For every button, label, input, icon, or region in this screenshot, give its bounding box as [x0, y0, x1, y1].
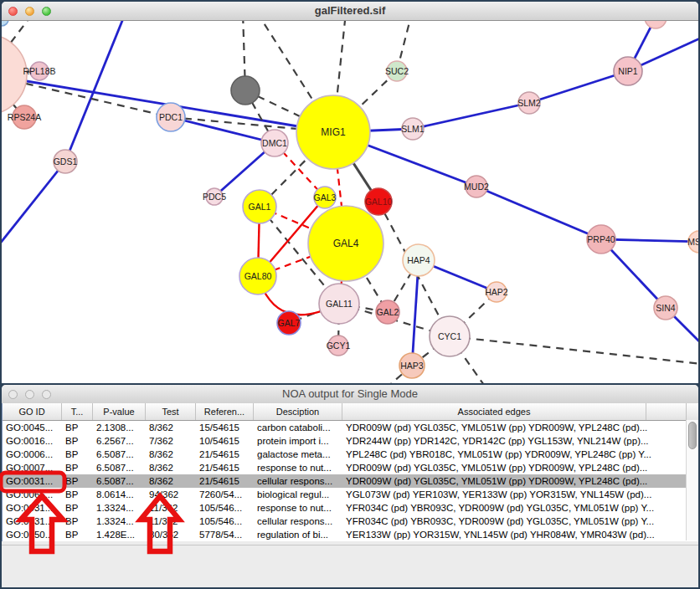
- table-cell: response to nut...: [254, 501, 342, 515]
- vertical-scrollbar[interactable]: [686, 420, 698, 540]
- table-cell: response to nut...: [254, 461, 342, 474]
- table-cell: GO:0006...: [3, 448, 62, 461]
- network-canvas[interactable]: RPL18BRPS24AGDS1PDC1DMC1MIG1SUC2SLM1SLM2…: [2, 21, 698, 383]
- table-row[interactable]: GO:0006...BP6.5087...8/36221/54615galact…: [3, 448, 698, 461]
- table-cell: 80/362: [146, 528, 196, 541]
- column-header-Desciption[interactable]: Desciption: [254, 403, 342, 420]
- table-cell: 1.3324...: [93, 515, 146, 528]
- table-cell: BP: [62, 515, 93, 528]
- graph-node-label: GAL7: [278, 318, 301, 328]
- table-cell: BP: [62, 421, 93, 434]
- table-cell: cellular respons...: [254, 515, 342, 528]
- table-row[interactable]: GO:0031...BP1.3324...11/362105/546...cel…: [3, 515, 698, 528]
- noa-window-title: NOA output for Single Mode: [2, 387, 698, 400]
- graph-node-label: PRP40: [587, 234, 615, 244]
- table-cell: 7/362: [146, 434, 196, 448]
- table-cell: 5778/54...: [196, 528, 254, 541]
- column-header-Referen...[interactable]: Referen...: [196, 403, 254, 420]
- table-cell: BP: [62, 528, 93, 541]
- table-row[interactable]: GO:0065...BP8.0614...94/3627260/54...bio…: [3, 488, 698, 501]
- table-cell: protein import i...: [254, 434, 342, 448]
- column-header-blank[interactable]: [646, 403, 687, 420]
- table-row[interactable]: GO:0016...BP6.2567...7/36210/54615protei…: [3, 434, 698, 448]
- graph-node-gray[interactable]: [231, 76, 260, 105]
- graph-node-label: SUC2: [385, 66, 409, 76]
- table-cell: 6.5087...: [93, 448, 146, 461]
- table-row[interactable]: GO:0050...BP1.428E...80/3625778/54...reg…: [3, 528, 698, 541]
- table-cell: YER133W (pp) YOR315W, YNL145W (pd) YHR08…: [342, 528, 687, 541]
- table-cell: 8/362: [146, 461, 196, 474]
- graph-node-label: HAP3: [400, 361, 424, 371]
- table-cell: BP: [62, 488, 93, 501]
- table-cell: YPL248C (pd) YBR018C, YML051W (pp) YDR00…: [342, 448, 687, 461]
- graph-node-label: NIP1: [618, 66, 638, 76]
- table-cell: regulation of bi...: [254, 528, 342, 541]
- graph-edge[interactable]: [529, 71, 628, 103]
- graph-node-label: MUD2: [464, 182, 489, 192]
- table-body: GO:0045...BP2.1308...8/36215/54615carbon…: [3, 421, 698, 541]
- graph-edge[interactable]: [2, 161, 65, 243]
- graph-node-trcut[interactable]: [645, 21, 667, 28]
- table-cell: GO:0050...: [3, 528, 62, 541]
- table-cell: YDR009W (pd) YGL035C, YML051W (pp) YDR00…: [342, 421, 687, 434]
- graph-edge[interactable]: [413, 103, 529, 129]
- table-cell: GO:0031...: [3, 501, 62, 515]
- graph-node-label: CYC1: [438, 331, 461, 341]
- table-cell: galactose meta...: [254, 448, 342, 461]
- graph-edge[interactable]: [476, 187, 601, 239]
- noa-window-titlebar[interactable]: NOA output for Single Mode: [2, 385, 698, 404]
- graph-node-label: PDC1: [159, 112, 183, 122]
- graph-window-title: galFiltered.sif: [2, 4, 698, 17]
- graph-edge[interactable]: [450, 336, 698, 364]
- scrollbar-thumb[interactable]: [688, 422, 697, 449]
- column-header-GO ID[interactable]: GO ID: [3, 403, 62, 420]
- table-cell: 10/54615: [196, 434, 254, 448]
- table-cell: 105/546...: [196, 515, 254, 528]
- table-cell: 8/362: [146, 474, 196, 488]
- graph-window-titlebar[interactable]: galFiltered.sif: [2, 2, 698, 21]
- table-cell: YDR244W (pp) YDR142C, YDR142C (pp) YGL15…: [342, 434, 687, 448]
- table-cell: 7260/54...: [196, 488, 254, 501]
- graph-node-label: MIG1: [321, 126, 346, 138]
- table-cell: BP: [62, 501, 93, 515]
- column-header-T...[interactable]: T...: [62, 403, 93, 420]
- graph-node-label: GAL10: [365, 197, 393, 207]
- graph-node-label: GDS1: [54, 156, 78, 166]
- graph-node-label: GAL11: [326, 299, 353, 309]
- graph-node-label: DMC1: [262, 138, 287, 148]
- graph-window: galFiltered.sif RPL18BRPS24AGDS1PDC1DMC1…: [2, 2, 698, 383]
- table-cell: 1.3324...: [93, 501, 146, 515]
- graph-node-label: SLM1: [401, 124, 425, 134]
- column-header-Associated edges[interactable]: Associated edges: [342, 403, 646, 420]
- graph-node-label: MSL5: [687, 237, 698, 247]
- table-cell: carbon cataboli...: [254, 421, 342, 434]
- table-cell: GO:0065...: [3, 488, 62, 501]
- table-row[interactable]: GO:0007...BP6.5087...8/36221/54615respon…: [3, 461, 698, 474]
- graph-node-label: RPS24A: [8, 112, 41, 122]
- table-cell: 8.0614...: [93, 488, 146, 501]
- table-cell: 8/362: [146, 448, 196, 461]
- graph-edge[interactable]: [65, 21, 126, 161]
- graph-node-label: RPL18B: [23, 66, 55, 76]
- table-cell: 21/54615: [196, 448, 254, 461]
- column-header-Test[interactable]: Test: [146, 403, 196, 420]
- table-cell: 6.5087...: [93, 461, 146, 474]
- table-cell: 11/362: [146, 501, 196, 515]
- table-row[interactable]: GO:0031...BP6.5087...8/36221/54615cellul…: [3, 474, 698, 488]
- table-cell: BP: [62, 461, 93, 474]
- graph-node-label: SIN4: [656, 303, 676, 313]
- column-header-P-value[interactable]: P-value: [93, 403, 146, 420]
- button-panel: Save Cancel: [2, 545, 698, 587]
- graph-node-label: GAL80: [244, 271, 272, 281]
- table-row[interactable]: GO:0045...BP2.1308...8/36215/54615carbon…: [3, 421, 698, 434]
- table-cell: 8/362: [146, 421, 196, 434]
- table-row[interactable]: GO:0031...BP1.3324...11/362105/546...res…: [3, 501, 698, 515]
- table-cell: 105/546...: [196, 501, 254, 515]
- table-cell: GO:0031...: [3, 474, 62, 488]
- graph-node-cornertl[interactable]: [2, 21, 8, 26]
- graph-node-label: GAL2: [377, 307, 399, 317]
- table-cell: cellular respons...: [254, 474, 342, 488]
- table-cell: biological regul...: [254, 488, 342, 501]
- table-cell: YFR034C (pd) YBR093C, YDR009W (pd) YGL03…: [342, 501, 687, 515]
- table-cell: 2.1308...: [93, 421, 146, 434]
